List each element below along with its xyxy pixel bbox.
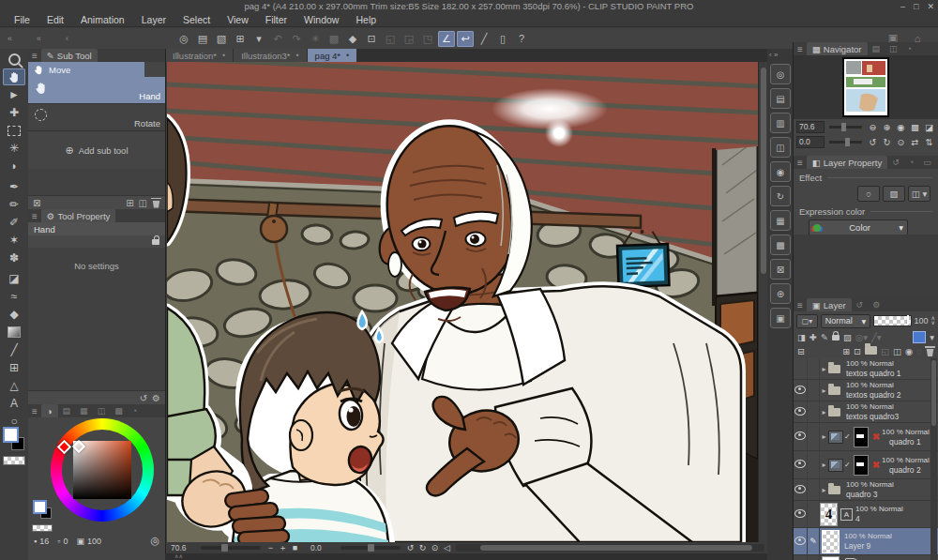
undo-icon[interactable]: ↶ [269, 31, 286, 47]
hand-tool[interactable] [3, 68, 25, 85]
layer-mask-thumbnail[interactable] [854, 455, 869, 476]
visibility-toggle[interactable] [794, 485, 807, 495]
draft-layer-icon[interactable]: ✎ [821, 332, 828, 342]
layer-row[interactable] [794, 555, 938, 560]
material-close-icon[interactable]: ⊠ [770, 259, 791, 280]
nav-rotate-left-icon[interactable]: ↺ [867, 137, 879, 147]
tab-close-icon[interactable]: • [295, 51, 298, 60]
clip-studio-logo-icon[interactable]: ◎ [175, 31, 192, 47]
airbrush-tool[interactable]: ✶ [3, 232, 25, 249]
visibility-toggle[interactable] [794, 407, 807, 417]
trash-icon[interactable] [152, 198, 160, 208]
add-sub-tool-button[interactable]: ⊕ Add sub tool [28, 131, 165, 169]
expression-color-dropdown[interactable]: Color ▾ [809, 219, 908, 235]
paper-layer-thumbnail[interactable] [822, 556, 840, 560]
nav-actual-size-icon[interactable]: ▩ [909, 122, 921, 132]
subtool-group-move[interactable]: Move [28, 62, 144, 77]
nav-reset-rotation-icon[interactable]: ⊙ [895, 137, 907, 147]
frame-border-tool[interactable]: ⊞ [3, 359, 25, 376]
minimize-button[interactable]: – [900, 0, 905, 13]
tone-effect-icon[interactable]: ▨ [883, 186, 905, 202]
ruler-icon[interactable]: ╱ [476, 31, 492, 47]
canvas-rotation-slider[interactable] [340, 546, 401, 550]
blend-mode-dropdown[interactable]: Normal ▾ [821, 314, 870, 328]
reference-layer-icon[interactable]: ✚ [809, 332, 817, 342]
transfer-layer-icon[interactable]: ◱ [881, 346, 889, 356]
nav-flip-horizontal-icon[interactable]: ⇄ [909, 137, 921, 147]
fit-to-screen-button[interactable]: ■ [289, 543, 301, 552]
tab-color-slider[interactable]: ▤ [58, 406, 76, 416]
history-icon[interactable]: ↻ [770, 186, 791, 206]
collapse-toolbar-icon[interactable]: « [8, 34, 12, 43]
menu-item[interactable]: View [219, 13, 257, 27]
operation-tool[interactable]: ► [3, 86, 25, 103]
tab-close-icon[interactable]: • [346, 51, 349, 60]
canvas-zoom-slider[interactable] [201, 546, 261, 550]
panel-menu-icon[interactable]: ≡ [794, 158, 807, 168]
copy-icon[interactable]: ◫ [139, 198, 147, 208]
text-tool[interactable]: A [3, 395, 25, 412]
visibility-toggle[interactable] [794, 460, 807, 470]
layer-list-scrollbar[interactable] [930, 358, 937, 560]
decoration-tool[interactable]: ✽ [3, 250, 25, 266]
tab-intermediate-color[interactable]: ◫ [93, 406, 111, 416]
reset-rotation-button[interactable]: ⊙ [429, 543, 441, 552]
auto-select-tool[interactable]: ✳ [3, 140, 25, 157]
visibility-toggle[interactable] [794, 431, 807, 442]
tab-sub-tool[interactable]: ✎ Sub Tool [41, 49, 98, 62]
dock-collapse-icon[interactable]: ‹ » [769, 51, 778, 59]
foreground-color-swatch[interactable] [33, 500, 47, 514]
tab-layer-comp[interactable]: ⚙ [868, 300, 885, 310]
horizontal-scrollbar-thumb[interactable] [480, 545, 752, 551]
menu-item[interactable]: Edit [38, 13, 72, 27]
move-layer-tool[interactable]: ✚ [3, 104, 25, 121]
snap-to-special-ruler-icon[interactable]: ↩ [457, 31, 474, 47]
nav-full-icon[interactable]: ◪ [923, 122, 935, 132]
title-bar[interactable]: pag 4* (A4 210.00 x 297.00mm Trim size:B… [0, 0, 938, 13]
collapse-panel-icon[interactable]: « [37, 34, 41, 43]
transparent-color-swatch[interactable] [32, 524, 53, 532]
new-file-icon[interactable]: ▤ [194, 31, 211, 47]
figure-tool[interactable]: ╱ [3, 341, 25, 358]
combine-layer-icon[interactable]: ◫ [893, 346, 901, 356]
tablet-icon[interactable]: ▯ [494, 31, 511, 47]
material-image-icon[interactable]: ◉ [770, 161, 791, 182]
layer-color-icon[interactable] [913, 331, 926, 343]
layer-row[interactable]: ✎ 100 % NormalLayer 9 [794, 528, 938, 555]
expand-icon[interactable]: ▸ [820, 408, 828, 416]
menu-item[interactable]: Window [295, 13, 347, 27]
material-manga-icon[interactable]: ◫ [770, 137, 791, 158]
vertical-scrollbar-thumb[interactable] [761, 68, 766, 274]
tab-color-set[interactable]: ▦ [75, 406, 93, 416]
eraser-tool[interactable]: ◪ [3, 270, 25, 287]
pen-tool[interactable]: ✒ [3, 178, 25, 195]
wrench-icon[interactable]: ⚙ [152, 393, 160, 403]
tab-layer-search[interactable]: ↺ [852, 300, 869, 310]
import-icon[interactable]: ⊞ [126, 198, 133, 208]
expand-icon[interactable]: ▸ [820, 486, 828, 494]
panel-menu-icon[interactable]: ≡ [28, 211, 41, 221]
palette-color-dropdown[interactable]: ▢▾ [796, 314, 818, 328]
material-monochrome-icon[interactable]: ▥ [770, 113, 791, 133]
menu-item[interactable]: Layer [133, 13, 174, 27]
tab-pag4[interactable]: pag 4* • [308, 49, 357, 62]
tab-item-bank[interactable]: ◫ [885, 44, 902, 53]
layer-row[interactable]: ▸ 100 % Normalquadro 3 [794, 479, 938, 501]
fill-tool[interactable]: ◆ [3, 306, 25, 323]
flip-horizontal-button[interactable]: ◁ [441, 543, 453, 552]
tab-approx-color[interactable]: ▩ [110, 406, 128, 416]
rotate-left-button[interactable]: ↺ [404, 543, 416, 552]
blend-tool[interactable]: ≈ [3, 288, 25, 305]
delete-layer-icon[interactable] [926, 346, 934, 356]
lock-transparent-icon[interactable]: ▨ [843, 332, 852, 342]
canvas-artwork[interactable] [167, 62, 758, 542]
menu-item[interactable]: Animation [72, 13, 133, 27]
panel-menu-icon[interactable]: ≡ [794, 44, 807, 54]
horizontal-scrollbar[interactable] [456, 544, 764, 552]
material-download-icon[interactable]: ⊕ [770, 283, 791, 304]
lock-icon[interactable] [152, 239, 159, 245]
visibility-toggle[interactable] [794, 386, 807, 396]
menu-item[interactable]: Select [174, 13, 219, 27]
material-list-icon[interactable]: ▣ [770, 308, 791, 328]
panel-menu-icon[interactable]: ≡ [28, 51, 41, 61]
